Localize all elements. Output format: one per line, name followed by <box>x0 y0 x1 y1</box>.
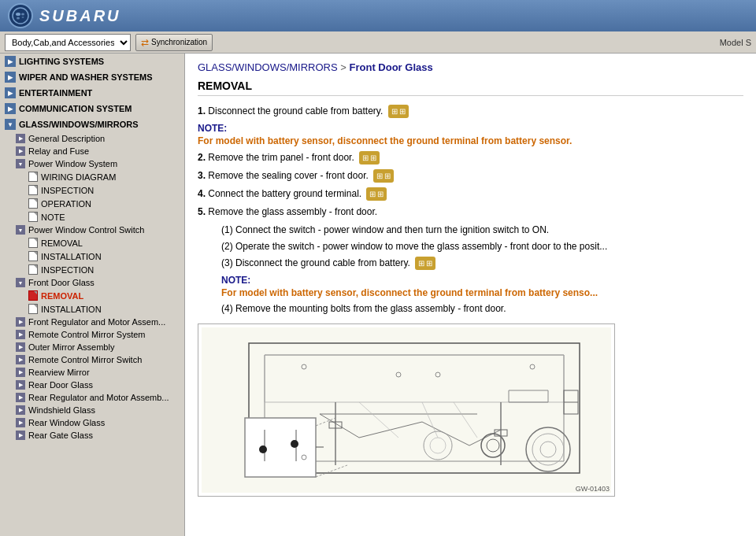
sub-step-1: (1) Connect the switch - power window an… <box>198 223 743 237</box>
breadcrumb-arrow: > <box>340 61 349 73</box>
sidebar-item-entertainment[interactable]: ▶ ENTERTAINMENT <box>0 85 184 101</box>
relay-fuse-label: Relay and Fuse <box>28 146 89 156</box>
sub-step-2: (2) Operate the switch - power window to… <box>198 239 743 253</box>
step-3-text: Remove the sealing cover - front door. <box>208 170 368 181</box>
sidebar-sub-wiring-diagram[interactable]: WIRING DIAGRAM <box>0 170 184 183</box>
sub-step-4: (4) Remove the mounting bolts from the g… <box>198 301 743 316</box>
sidebar-item-outer-mirror[interactable]: ▶ Outer Mirror Assembly <box>0 341 184 353</box>
note-label-item: NOTE <box>41 213 65 222</box>
sidebar-item-communication[interactable]: ▶ COMMUNICATION SYSTEM <box>0 101 184 116</box>
subaru-emblem <box>8 3 33 28</box>
rear-regulator-icon: ▶ <box>16 393 25 402</box>
step-3: 3. Remove the sealing cover - front door… <box>198 168 743 183</box>
installation1-page-icon <box>28 251 38 261</box>
wiper-cat-icon: ▶ <box>5 72 16 83</box>
operation-page-icon <box>28 198 38 209</box>
sidebar-item-remote-mirror-sys[interactable]: ▶ Remote Control Mirror System <box>0 328 184 341</box>
sidebar-item-power-window[interactable]: ▼ Power Window System <box>0 157 184 170</box>
communication-cat-icon: ▶ <box>5 103 16 114</box>
sidebar-item-windshield[interactable]: ▶ Windshield Glass <box>0 404 184 416</box>
communication-label: COMMUNICATION SYSTEM <box>19 104 132 113</box>
breadcrumb: GLASS/WINDOWS/MIRRORS > Front Door Glass <box>198 61 743 73</box>
relay-fuse-icon: ▶ <box>16 146 25 156</box>
sidebar-item-pw-control-switch[interactable]: ▼ Power Window Control Switch <box>0 224 184 236</box>
subaru-logo-text: SUBARU <box>39 7 121 25</box>
step-3-link[interactable]: ⊞ <box>373 169 394 183</box>
sidebar-sub-removal2[interactable]: REMOVAL <box>0 289 184 302</box>
sidebar-sub-installation2[interactable]: INSTALLATION <box>0 302 184 316</box>
rear-window-label: Rear Window Glass <box>28 418 105 427</box>
step-2-text: Remove the trim panel - front door. <box>208 152 354 163</box>
sidebar-item-relay-fuse[interactable]: ▶ Relay and Fuse <box>0 145 184 157</box>
sidebar-item-glass[interactable]: ▼ GLASS/WINDOWS/MIRRORS <box>0 116 184 132</box>
step-4-link[interactable]: ⊞ <box>366 187 387 201</box>
step-1-num: 1. <box>198 105 206 116</box>
rear-door-icon: ▶ <box>16 380 25 390</box>
glass-label: GLASS/WINDOWS/MIRRORS <box>19 120 139 129</box>
breadcrumb-section: GLASS/WINDOWS/MIRRORS <box>198 61 338 73</box>
sub-step-2-num: (2) Operate the switch - power window to… <box>221 241 607 252</box>
lighting-cat-icon: ▶ <box>5 56 16 67</box>
sidebar-sub-note[interactable]: NOTE <box>0 210 184 224</box>
inspection1-label: INSPECTION <box>41 265 94 275</box>
svg-point-0 <box>13 8 28 24</box>
sidebar-item-front-regulator[interactable]: ▶ Front Regulator and Motor Assem... <box>0 316 184 328</box>
sidebar-item-rear-regulator[interactable]: ▶ Rear Regulator and Motor Assemb... <box>0 391 184 404</box>
step-4: 4. Connect the battery ground terminal. … <box>198 187 743 201</box>
rear-gate-label: Rear Gate Glass <box>28 431 93 440</box>
note-1-text: For model with battery sensor, disconnec… <box>198 135 743 146</box>
sidebar-sub-installation1[interactable]: INSTALLATION <box>0 250 184 263</box>
sidebar-item-rear-gate[interactable]: ▶ Rear Gate Glass <box>0 429 184 442</box>
step-1-text: Disconnect the ground cable from battery… <box>208 105 383 116</box>
step-1-link[interactable]: ⊞ <box>388 105 409 118</box>
sync-button[interactable]: ⇄ Synchronization <box>135 34 213 51</box>
wiring-diagram-page-icon <box>28 172 38 182</box>
sidebar-sub-operation[interactable]: OPERATION <box>0 197 184 210</box>
sidebar-item-wiper[interactable]: ▶ WIPER AND WASHER SYSTEMS <box>0 69 184 85</box>
sidebar-item-front-door-glass[interactable]: ▼ Front Door Glass <box>0 276 184 289</box>
note-2-text: For model with battery sensor, disconnec… <box>198 287 743 298</box>
step-5-num: 5. <box>198 206 206 217</box>
rearview-mirror-label: Rearview Mirror <box>28 368 90 377</box>
power-window-icon: ▼ <box>16 159 25 168</box>
sidebar-item-lighting[interactable]: ▶ LIGHTING SYSTEMS <box>0 54 184 69</box>
step-4-text: Connect the battery ground terminal. <box>208 188 361 199</box>
category-select[interactable]: Body,Cab,and Accessories <box>5 34 131 51</box>
sidebar-item-general-desc[interactable]: ▶ General Description <box>0 132 184 145</box>
sidebar-sub-removal1[interactable]: REMOVAL <box>0 236 184 250</box>
pw-control-icon: ▼ <box>16 225 25 235</box>
svg-point-1 <box>16 13 20 16</box>
entertainment-cat-icon: ▶ <box>5 87 16 98</box>
removal1-page-icon <box>28 238 38 248</box>
general-desc-icon: ▶ <box>16 134 25 143</box>
installation2-label: INSTALLATION <box>41 305 102 314</box>
toolbar-row: Body,Cab,and Accessories ⇄ Synchronizati… <box>0 31 756 54</box>
rear-window-icon: ▶ <box>16 418 25 427</box>
wiper-label: WIPER AND WASHER SYSTEMS <box>19 72 153 82</box>
step-1: 1. Disconnect the ground cable from batt… <box>198 104 743 118</box>
front-door-label: Front Door Glass <box>28 278 94 287</box>
sidebar-sub-inspection[interactable]: INSPECTION <box>0 183 184 197</box>
sidebar-item-rearview-mirror[interactable]: ▶ Rearview Mirror <box>0 366 184 379</box>
operation-label: OPERATION <box>41 199 91 209</box>
svg-point-24 <box>291 440 298 448</box>
sub-step-3-link[interactable]: ⊞ <box>415 257 435 270</box>
remote-mirror-sw-label: Remote Control Mirror Switch <box>28 355 142 364</box>
outer-mirror-icon: ▶ <box>16 342 25 352</box>
installation1-label: INSTALLATION <box>41 252 102 261</box>
sub-step-1-num: (1) Connect the switch - power window an… <box>221 224 549 235</box>
sidebar-sub-inspection1[interactable]: INSPECTION <box>0 263 184 276</box>
note-1-label: NOTE: <box>198 123 743 134</box>
diagram-label: GW-01403 <box>576 485 610 493</box>
content-area: GLASS/WINDOWS/MIRRORS > Front Door Glass… <box>185 54 756 536</box>
step-2-link[interactable]: ⊞ <box>359 151 380 164</box>
sidebar-item-remote-mirror-sw[interactable]: ▶ Remote Control Mirror Switch <box>0 353 184 366</box>
sidebar-item-rear-window[interactable]: ▶ Rear Window Glass <box>0 416 184 429</box>
logo-area: SUBARU <box>8 3 121 28</box>
glass-cat-icon: ▼ <box>5 119 16 130</box>
windshield-label: Windshield Glass <box>28 405 95 415</box>
general-desc-label: General Description <box>28 134 105 143</box>
installation2-page-icon <box>28 304 38 314</box>
lighting-label: LIGHTING SYSTEMS <box>19 57 104 66</box>
sidebar-item-rear-door-glass[interactable]: ▶ Rear Door Glass <box>0 379 184 391</box>
